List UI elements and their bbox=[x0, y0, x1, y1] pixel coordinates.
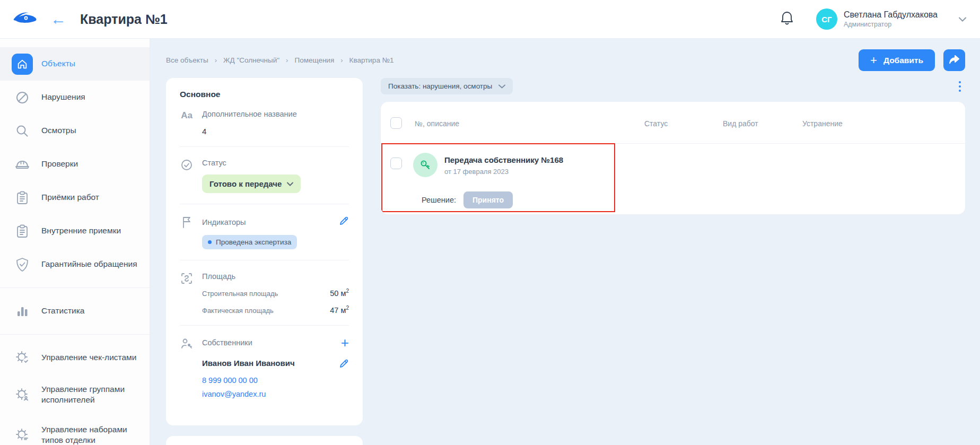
sidebar-item-executor-groups[interactable]: Управление группами исполнителей bbox=[0, 374, 150, 415]
breadcrumb: Все объекты › ЖД "Солнечный" › Помещения… bbox=[166, 56, 394, 64]
sidebar-item-label: Объекты bbox=[41, 58, 75, 69]
sidebar-item-internal-acceptance[interactable]: Внутренние приемки bbox=[0, 214, 150, 248]
add-owner-plus-icon[interactable]: + bbox=[341, 337, 349, 348]
sidebar-item-checks[interactable]: Проверки bbox=[0, 147, 150, 181]
sidebar-item-checklists[interactable]: Управление чек-листами bbox=[0, 341, 150, 374]
sidebar-item-finish-type-sets[interactable]: Управление наборами типов отделки bbox=[0, 415, 150, 445]
table-row[interactable]: Передача собственнику №168 от 17 февраля… bbox=[381, 144, 965, 214]
sidebar-item-label: Статистика bbox=[41, 306, 84, 316]
owner-email-link[interactable]: ivanov@yandex.ru bbox=[202, 390, 349, 398]
chevron-down-icon[interactable] bbox=[959, 14, 966, 24]
sidebar-item-label: Приёмки работ bbox=[41, 192, 99, 203]
decision-status-badge: Принято bbox=[463, 191, 513, 208]
sidebar-divider bbox=[0, 287, 150, 288]
sidebar-item-label: Внутренние приемки bbox=[41, 225, 121, 236]
plus-icon: + bbox=[870, 55, 877, 66]
column-header-work-type: Вид работ bbox=[723, 119, 758, 128]
home-icon bbox=[12, 54, 33, 75]
edit-indicators-pencil-icon[interactable] bbox=[339, 216, 349, 228]
row-title[interactable]: Передача собственнику №168 bbox=[444, 155, 563, 164]
field-value: 4 bbox=[202, 127, 349, 136]
clipboard-icon bbox=[12, 187, 33, 208]
breadcrumb-building[interactable]: ЖД "Солнечный" bbox=[223, 56, 279, 64]
sidebar-item-inspections[interactable]: Осмотры bbox=[0, 114, 150, 147]
field-owners: Собственники + Иванов Иван Иванович 8 bbox=[180, 337, 349, 398]
owner-phone-link[interactable]: 8 999 000 00 00 bbox=[202, 376, 349, 385]
user-avatar[interactable]: СГ bbox=[816, 8, 837, 30]
column-header-status: Статус bbox=[644, 119, 668, 128]
decision-label: Решение: bbox=[422, 196, 456, 204]
gear-person-icon bbox=[12, 384, 33, 405]
field-extra-name: Aa Дополнительное название 4 bbox=[180, 110, 349, 136]
user-name: Светлана Габдулхакова bbox=[844, 10, 938, 20]
status-value: Готово к передаче bbox=[209, 179, 282, 188]
sidebar-item-label: Управление группами исполнителей bbox=[41, 384, 140, 405]
shield-check-icon bbox=[12, 254, 33, 275]
area-row-value: 50 м2 bbox=[330, 288, 349, 298]
next-card-partial bbox=[166, 436, 363, 445]
top-header: ← Квартира №1 СГ Светлана Габдулхакова А… bbox=[0, 0, 980, 39]
sidebar-item-work-acceptance[interactable]: Приёмки работ bbox=[0, 181, 150, 214]
divider bbox=[180, 146, 349, 147]
more-options-kebab-icon[interactable] bbox=[955, 79, 965, 94]
info-card-title: Основное bbox=[180, 90, 349, 99]
key-transfer-icon bbox=[413, 153, 438, 177]
gear-set-icon bbox=[12, 424, 33, 445]
breadcrumb-bar: Все объекты › ЖД "Солнечный" › Помещения… bbox=[166, 39, 965, 72]
breadcrumb-premises[interactable]: Помещения bbox=[294, 56, 334, 64]
row-decision: Решение: Принято bbox=[422, 191, 513, 208]
edit-owner-pencil-icon[interactable] bbox=[339, 359, 349, 371]
sidebar-item-label: Нарушения bbox=[41, 92, 85, 102]
select-all-checkbox[interactable] bbox=[390, 117, 402, 129]
main-content: Все объекты › ЖД "Солнечный" › Помещения… bbox=[150, 39, 980, 445]
sidebar-item-label: Осмотры bbox=[41, 125, 76, 136]
notifications-bell-icon[interactable] bbox=[780, 11, 794, 28]
area-row-construction: Строительная площадь 50 м2 bbox=[202, 288, 349, 298]
sidebar-item-objects[interactable]: Объекты bbox=[0, 47, 150, 81]
user-role: Администратор bbox=[844, 21, 938, 28]
back-button[interactable]: ← bbox=[50, 11, 75, 27]
flag-icon bbox=[180, 216, 194, 249]
breadcrumb-current: Квартира №1 bbox=[349, 56, 394, 64]
share-button[interactable] bbox=[943, 49, 965, 71]
sidebar: Объекты Нарушения Осмотры Проверки bbox=[0, 39, 150, 445]
table-header-row: №, описание Статус Вид работ Устранение bbox=[381, 102, 965, 144]
breadcrumb-all-objects[interactable]: Все объекты bbox=[166, 56, 208, 64]
field-label: Собственники bbox=[202, 338, 252, 347]
field-status: Статус Готово к передаче bbox=[180, 159, 349, 193]
filter-dropdown[interactable]: Показать: нарушения, осмотры bbox=[381, 78, 513, 94]
sidebar-item-label: Гарантийные обращения bbox=[41, 259, 137, 269]
eye-logo-icon bbox=[13, 10, 38, 28]
app-logo[interactable] bbox=[0, 10, 50, 28]
sidebar-item-violations[interactable]: Нарушения bbox=[0, 81, 150, 114]
field-label: Дополнительное название bbox=[202, 110, 349, 118]
sidebar-item-label: Управление чек-листами bbox=[41, 352, 136, 363]
add-button-label: Добавить bbox=[883, 56, 923, 65]
text-aa-icon: Aa bbox=[180, 110, 194, 136]
divider bbox=[180, 260, 349, 260]
field-label: Индикаторы bbox=[202, 218, 246, 226]
area-row-value: 47 м2 bbox=[330, 305, 349, 315]
status-dropdown[interactable]: Готово к передаче bbox=[202, 174, 301, 193]
sidebar-item-statistics[interactable]: Статистика bbox=[0, 294, 150, 328]
breadcrumb-separator: › bbox=[286, 56, 288, 64]
filter-label: Показать: нарушения, осмотры bbox=[388, 82, 492, 90]
prohibition-icon bbox=[12, 87, 33, 108]
row-checkbox[interactable] bbox=[390, 158, 402, 169]
hardhat-icon bbox=[12, 154, 33, 175]
sidebar-divider bbox=[0, 334, 150, 335]
chevron-down-icon bbox=[498, 84, 505, 89]
check-circle-icon bbox=[180, 159, 194, 193]
user-info: Светлана Габдулхакова Администратор bbox=[844, 10, 938, 28]
area-row-label: Фактическая площадь bbox=[202, 307, 274, 315]
chevron-down-icon bbox=[287, 182, 293, 186]
sidebar-item-warranty[interactable]: Гарантийные обращения bbox=[0, 248, 150, 281]
indicator-dot-icon bbox=[208, 240, 212, 244]
column-header-remediation: Устранение bbox=[802, 119, 843, 128]
owner-name: Иванов Иван Иванович bbox=[202, 359, 295, 368]
add-button[interactable]: + Добавить bbox=[859, 49, 935, 71]
divider bbox=[180, 204, 349, 204]
sidebar-item-label: Проверки bbox=[41, 159, 78, 169]
area-s-icon bbox=[180, 272, 194, 315]
field-indicators: Индикаторы Проведена экспертиза bbox=[180, 216, 349, 249]
